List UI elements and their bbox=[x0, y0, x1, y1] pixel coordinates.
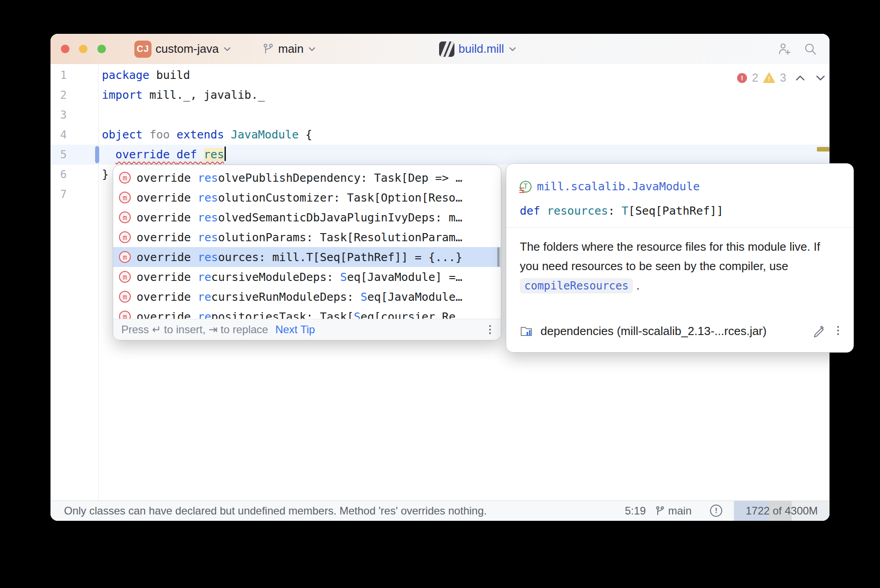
doc-signature: def resources: T[Seq[PathRef]] bbox=[520, 204, 724, 217]
doc-divider bbox=[506, 227, 853, 228]
doc-code-chip[interactable]: compileResources bbox=[520, 278, 633, 294]
method-icon: m bbox=[119, 192, 131, 203]
project-name: custom-java bbox=[156, 42, 219, 56]
status-branch-name: main bbox=[668, 505, 692, 517]
code-line-4[interactable]: 4object foo extends JavaModule { bbox=[50, 125, 830, 145]
code-text: import mill._, javalib._ bbox=[102, 85, 265, 105]
chevron-down-icon bbox=[307, 46, 316, 52]
completion-item-text: override resources: mill.T[Seq[PathRef]]… bbox=[137, 251, 462, 264]
caret-position-widget[interactable]: 5:19 bbox=[625, 501, 646, 521]
code-text: } bbox=[102, 165, 109, 184]
pencil-icon bbox=[812, 324, 825, 338]
completion-item-text: override resolvePublishDependency: Task[… bbox=[137, 171, 462, 184]
vcs-widget[interactable]: main bbox=[262, 34, 316, 64]
completion-popup: moverride resolvePublishDependency: Task… bbox=[113, 165, 501, 340]
completion-item[interactable]: moverride recursiveModuleDeps: Seq[JavaM… bbox=[113, 267, 501, 287]
title-bar: CJ custom-java main bbox=[50, 34, 830, 64]
status-branch-widget[interactable]: main bbox=[655, 501, 692, 521]
line-number[interactable]: 3 bbox=[50, 105, 67, 125]
error-badge-icon: ! bbox=[737, 73, 747, 83]
code-line-2[interactable]: 2import mill._, javalib._ bbox=[50, 85, 830, 105]
error-notification-icon[interactable]: ! bbox=[710, 505, 722, 517]
code-line-5[interactable]: 5 override def res bbox=[50, 145, 830, 165]
completion-item[interactable]: moverride resolvedSemanticDbJavaPluginIv… bbox=[113, 207, 501, 227]
close-window-button[interactable] bbox=[61, 45, 69, 53]
code-text: object foo extends JavaModule { bbox=[102, 125, 312, 145]
documentation-popup: T mill.scalalib.JavaModule def resources… bbox=[506, 163, 854, 353]
doc-body: The folders where the resource files for… bbox=[520, 237, 841, 295]
completion-item-text: override repositoriesTask: Task[Seq[cour… bbox=[137, 310, 455, 319]
mill-file-icon bbox=[439, 41, 454, 57]
minimize-window-button[interactable] bbox=[79, 45, 87, 53]
code-line-3[interactable]: 3 bbox=[50, 105, 830, 125]
file-name: build.mill bbox=[458, 42, 504, 56]
code-with-me-button[interactable] bbox=[777, 42, 792, 56]
caret-line-marker bbox=[95, 146, 99, 163]
completion-item[interactable]: moverride recursiveRunModuleDeps: Seq[Ja… bbox=[113, 287, 501, 307]
completion-menu-button[interactable] bbox=[487, 323, 493, 336]
error-count: 2 bbox=[752, 71, 758, 84]
zoom-window-button[interactable] bbox=[97, 45, 106, 53]
completion-item-text: override resolutionParams: Task[Resoluti… bbox=[137, 231, 462, 244]
line-number[interactable]: 5 bbox=[50, 145, 67, 165]
inspections-widget[interactable]: ! 2 ! 3 bbox=[737, 71, 826, 84]
completion-item[interactable]: moverride resolutionCustomizer: Task[Opt… bbox=[113, 188, 501, 207]
method-icon: m bbox=[119, 271, 131, 283]
search-icon bbox=[803, 42, 818, 56]
completion-list: moverride resolvePublishDependency: Task… bbox=[113, 165, 501, 319]
doc-body-text: The folders where the resource files for… bbox=[520, 240, 820, 273]
completion-item-text: override resolvedSemanticDbJavaPluginIvy… bbox=[137, 211, 462, 224]
memory-indicator[interactable]: 1722 of 4300M bbox=[734, 501, 830, 521]
completion-item-text: override recursiveModuleDeps: Seq[JavaMo… bbox=[137, 271, 463, 284]
doc-menu-button[interactable] bbox=[835, 324, 841, 337]
code-text: package build bbox=[102, 65, 190, 85]
svg-text:!: ! bbox=[768, 75, 770, 82]
desktop-background: CJ custom-java main bbox=[0, 0, 880, 588]
titlebar-actions bbox=[777, 34, 818, 64]
method-icon: m bbox=[119, 231, 131, 243]
warning-count: 3 bbox=[780, 71, 786, 84]
completion-hint: Press ↵ to insert, ⇥ to replace bbox=[121, 323, 268, 336]
git-branch-icon bbox=[262, 43, 274, 55]
completion-footer: Press ↵ to insert, ⇥ to replace Next Tip bbox=[113, 319, 501, 340]
method-icon: m bbox=[119, 291, 131, 303]
doc-dependency-label: dependencies (mill-scalalib_2.13-...rces… bbox=[541, 324, 766, 338]
completion-item[interactable]: moverride resources: mill.T[Seq[PathRef]… bbox=[113, 247, 501, 267]
text-cursor bbox=[225, 147, 226, 161]
next-problem-button[interactable] bbox=[815, 74, 826, 82]
line-number[interactable]: 1 bbox=[50, 65, 67, 85]
previous-problem-button[interactable] bbox=[795, 74, 806, 82]
edit-source-button[interactable] bbox=[812, 324, 825, 338]
search-everywhere-button[interactable] bbox=[803, 42, 818, 56]
memory-text: 1722 of 4300M bbox=[734, 501, 830, 521]
method-icon: m bbox=[119, 311, 131, 319]
completion-item-text: override recursiveRunModuleDeps: Seq[Jav… bbox=[137, 290, 463, 303]
line-number[interactable]: 2 bbox=[50, 85, 67, 105]
status-message: Only classes can have declared but undef… bbox=[64, 501, 487, 521]
code-text: override def res bbox=[102, 145, 226, 165]
completion-item[interactable]: moverride resolvePublishDependency: Task… bbox=[113, 168, 501, 188]
completion-item[interactable]: moverride repositoriesTask: Task[Seq[cou… bbox=[113, 307, 501, 319]
line-number[interactable]: 7 bbox=[50, 184, 67, 204]
code-line-1[interactable]: 1package build bbox=[50, 65, 830, 85]
library-folder-icon bbox=[520, 324, 534, 338]
project-widget[interactable]: CJ custom-java bbox=[134, 34, 232, 64]
method-icon: m bbox=[119, 251, 131, 263]
doc-dependency-row[interactable]: dependencies (mill-scalalib_2.13-...rces… bbox=[520, 321, 766, 341]
next-tip-link[interactable]: Next Tip bbox=[275, 323, 315, 336]
chevron-down-icon bbox=[223, 46, 232, 52]
warning-badge-icon: ! bbox=[763, 73, 775, 83]
method-icon: m bbox=[119, 211, 131, 223]
doc-qualifier-link[interactable]: mill.scalalib.JavaModule bbox=[537, 180, 700, 193]
completion-scrollbar[interactable] bbox=[497, 247, 500, 267]
doc-body-tail: . bbox=[633, 279, 639, 292]
status-bar: Only classes can have declared but undef… bbox=[50, 501, 830, 521]
line-number[interactable]: 4 bbox=[50, 125, 67, 145]
line-number[interactable]: 6 bbox=[50, 165, 67, 184]
completion-item[interactable]: moverride resolutionParams: Task[Resolut… bbox=[113, 227, 501, 247]
method-icon: m bbox=[119, 172, 131, 184]
chevron-down-icon bbox=[815, 74, 826, 82]
trait-icon: T bbox=[520, 181, 532, 193]
warning-stripe-mark[interactable] bbox=[817, 147, 830, 152]
file-switcher-widget[interactable]: build.mill bbox=[439, 34, 517, 64]
